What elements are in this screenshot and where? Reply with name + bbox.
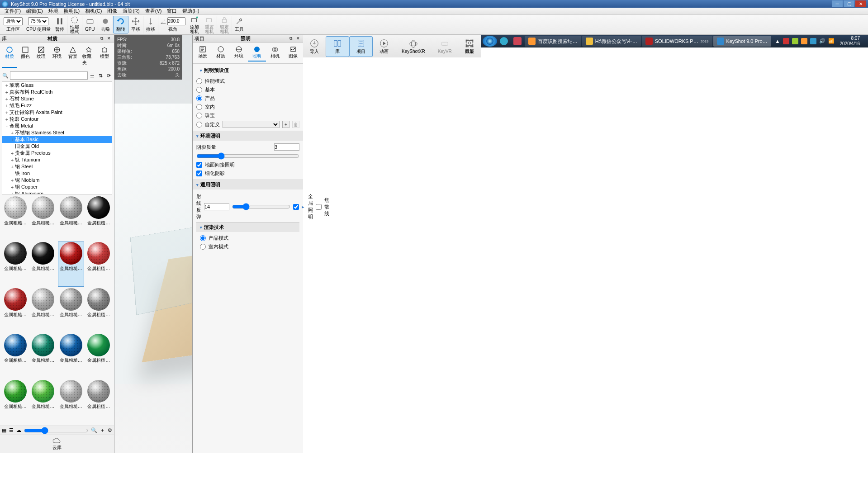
pause-button[interactable]: 暂停 bbox=[52, 16, 67, 33]
material-thumb[interactable]: 金属粗糙… bbox=[86, 334, 112, 378]
material-thumb[interactable]: 金属粗糙… bbox=[58, 196, 84, 240]
lock-camera-button[interactable]: 锁定 相机 bbox=[217, 16, 232, 33]
gpu-button[interactable]: GPU bbox=[82, 16, 98, 33]
zoom-out-icon[interactable]: 🔍 bbox=[91, 427, 97, 433]
tree-node[interactable]: + 铜 Copper bbox=[2, 184, 112, 190]
menu-item[interactable]: 照明(L) bbox=[61, 8, 82, 14]
tray-expand-icon[interactable]: ▲ bbox=[775, 38, 780, 44]
preset-option[interactable]: 基本 bbox=[196, 85, 299, 94]
preset-option[interactable]: 珠宝 bbox=[196, 111, 299, 120]
startup-select[interactable]: 启动 bbox=[4, 17, 23, 25]
denoise-button[interactable]: 去噪 bbox=[98, 16, 113, 33]
performance-button[interactable]: 性能 模式 bbox=[67, 16, 82, 33]
tree-node[interactable]: + 绒毛 Fuzz bbox=[2, 102, 112, 109]
tree-node[interactable]: + 钛 Titanium bbox=[2, 156, 112, 163]
project-tab[interactable]: 场景 bbox=[194, 44, 212, 62]
library-tab[interactable]: 材质 bbox=[2, 44, 17, 68]
reset-camera-button[interactable]: 重置 相机 bbox=[202, 16, 217, 33]
tray-icon[interactable] bbox=[801, 38, 807, 44]
preset-option[interactable]: 产品 bbox=[196, 94, 299, 103]
project-tab[interactable]: 环境 bbox=[230, 44, 248, 62]
keyshotxr-button[interactable]: KeyShotXR bbox=[395, 37, 432, 56]
tools-button[interactable]: 工具 bbox=[232, 16, 247, 33]
project-tab[interactable]: 图像 bbox=[284, 44, 302, 62]
cloud-library-button[interactable]: 云库 bbox=[0, 435, 114, 453]
taskbar-pin-2[interactable] bbox=[511, 36, 524, 47]
tree-node[interactable]: - 金属 Metal bbox=[2, 123, 112, 129]
library-tab[interactable]: 纹理 bbox=[33, 44, 48, 68]
panel-close-button[interactable]: ✕ bbox=[106, 35, 112, 42]
tree-node[interactable]: + 轮廓 Contour bbox=[2, 116, 112, 123]
preset-option[interactable]: 性能模式 bbox=[196, 77, 299, 85]
search-input[interactable] bbox=[10, 71, 88, 80]
material-thumb[interactable]: 金属粗糙… bbox=[3, 196, 28, 240]
menu-item[interactable]: 编辑(E) bbox=[24, 8, 46, 14]
tree-node[interactable]: + 石材 Stone bbox=[2, 95, 112, 102]
add-preset-button[interactable]: ＋ bbox=[282, 121, 289, 128]
ray-bounce-input[interactable] bbox=[204, 203, 229, 210]
interior-mode-radio[interactable] bbox=[200, 244, 206, 250]
project-tab[interactable]: 照明 bbox=[248, 44, 266, 62]
preset-option[interactable]: 室内 bbox=[196, 103, 299, 111]
material-thumb[interactable]: 金属粗糙… bbox=[86, 380, 112, 424]
tray-icon[interactable] bbox=[792, 38, 798, 44]
add-icon[interactable]: ＋ bbox=[100, 427, 105, 434]
add-camera-button[interactable]: 添加 相机 bbox=[187, 16, 202, 33]
shadow-quality-slider[interactable] bbox=[196, 152, 299, 160]
material-thumb[interactable]: 金属粗糙… bbox=[31, 288, 56, 332]
global-illum-checkbox[interactable] bbox=[293, 204, 299, 210]
tree-node[interactable]: + 艾仕得涂料 Axalta Paint bbox=[2, 109, 112, 116]
material-thumb[interactable]: 金属粗糙… bbox=[86, 196, 112, 240]
project-button[interactable]: 项目 bbox=[349, 36, 373, 57]
tray-icon[interactable] bbox=[810, 38, 816, 44]
start-button[interactable] bbox=[483, 36, 497, 47]
refresh-icon[interactable]: ⟳ bbox=[105, 72, 112, 79]
tree-node[interactable]: + 基本 Basic bbox=[2, 136, 112, 143]
shadow-quality-input[interactable] bbox=[274, 143, 299, 151]
zoom-select[interactable]: 75 % bbox=[28, 17, 48, 25]
material-thumb[interactable]: 金属粗糙… bbox=[86, 242, 112, 286]
project-tab[interactable]: 相机 bbox=[266, 44, 284, 62]
volume-icon[interactable]: 🔊 bbox=[819, 38, 825, 44]
menu-item[interactable]: 渲染(R) bbox=[120, 8, 142, 14]
taskbar-item[interactable]: KeyShot 9.0 Pro… bbox=[713, 36, 771, 47]
taskbar-pin-1[interactable] bbox=[497, 36, 511, 47]
import-button[interactable]: 导入 bbox=[303, 37, 326, 57]
material-thumb[interactable]: 金属粗糙… bbox=[31, 196, 56, 240]
menu-item[interactable]: 环境 bbox=[46, 8, 61, 14]
network-icon[interactable]: 📶 bbox=[828, 38, 835, 44]
library-tab[interactable]: 颜色 bbox=[18, 44, 33, 68]
library-tab[interactable]: 环境 bbox=[49, 44, 64, 68]
preset-custom-radio[interactable] bbox=[196, 122, 202, 128]
orbit-button[interactable]: 推移 bbox=[143, 16, 158, 33]
tree-node[interactable]: + 玻璃 Glass bbox=[2, 82, 112, 89]
tree-node[interactable]: 旧金属 Old bbox=[2, 143, 112, 150]
menu-item[interactable]: 图像 bbox=[104, 8, 120, 14]
taskbar-item[interactable]: H:\微信公众号\4-… bbox=[582, 36, 641, 47]
material-thumb[interactable]: 金属粗糙… bbox=[58, 334, 84, 378]
panel-close-button[interactable]: ✕ bbox=[295, 35, 301, 42]
menu-item[interactable]: 查看(V) bbox=[142, 8, 165, 14]
thumb-zoom-slider[interactable] bbox=[24, 427, 88, 434]
product-mode-radio[interactable] bbox=[200, 235, 206, 241]
ray-bounce-slider[interactable] bbox=[232, 203, 290, 210]
material-thumb[interactable]: 金属粗糙… bbox=[31, 380, 56, 424]
tree-node[interactable]: + 不锈钢 Stainless Steel bbox=[2, 129, 112, 136]
taskbar-item[interactable]: 百度识图搜索结… bbox=[525, 36, 581, 47]
delete-preset-button[interactable]: 🗑 bbox=[292, 121, 299, 128]
custom-preset-select[interactable]: - bbox=[223, 121, 280, 128]
ground-indirect-checkbox[interactable] bbox=[196, 162, 202, 168]
panel-undock-button[interactable]: ⧉ bbox=[99, 35, 105, 42]
library-tab[interactable]: 背景 bbox=[66, 44, 81, 68]
filter-icon[interactable]: ☰ bbox=[89, 72, 96, 79]
general-lighting-header[interactable]: 通用照明 bbox=[200, 181, 220, 188]
close-button[interactable]: ✕ bbox=[855, 0, 866, 7]
tree-node[interactable]: + 真实布料 RealCloth bbox=[2, 89, 112, 95]
global-illum-label[interactable]: 全局照明 bbox=[308, 193, 313, 220]
material-thumb[interactable]: 金属粗糙… bbox=[58, 288, 84, 332]
material-thumb[interactable]: 金属粗糙… bbox=[58, 242, 84, 286]
material-thumb[interactable]: 金属粗糙… bbox=[86, 288, 112, 332]
minimize-button[interactable]: ─ bbox=[832, 0, 843, 7]
tree-node[interactable]: + 钢 Steel bbox=[2, 163, 112, 170]
settings-icon[interactable]: ⚙ bbox=[108, 427, 112, 433]
